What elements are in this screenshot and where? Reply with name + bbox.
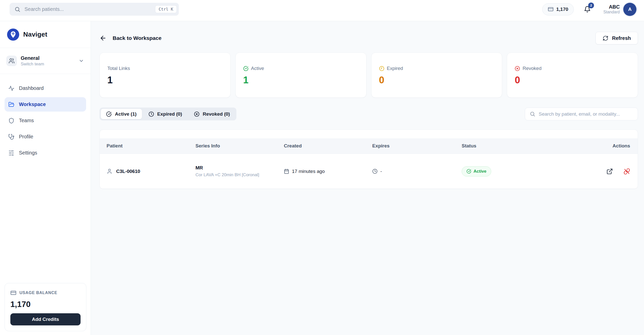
stat-label: Revoked — [523, 66, 541, 71]
brand-name: Naviget — [23, 31, 47, 38]
x-circle-icon — [194, 111, 200, 117]
status-label: Active — [474, 169, 486, 174]
user-plan: Standard — [603, 10, 620, 14]
patient-cell: C3L-00610 — [107, 168, 195, 174]
created-cell: 17 minutes ago — [284, 169, 372, 174]
refresh-label: Refresh — [612, 35, 631, 41]
column-header-series-info: Series Info — [195, 143, 284, 149]
x-circle-icon — [515, 66, 520, 71]
stat-card-active: Active 1 — [235, 53, 366, 98]
add-credits-button[interactable]: Add Credits — [10, 313, 81, 325]
arrow-left-icon — [100, 35, 107, 42]
check-circle-icon — [466, 169, 471, 174]
stat-label: Active — [251, 66, 264, 71]
sliders-icon — [8, 150, 14, 156]
stat-value-active: 1 — [243, 75, 366, 86]
usage-balance-card: USAGE BALANCE 1,170 Add Credits — [5, 283, 86, 331]
user-icon — [107, 168, 112, 174]
status-filter-tabs: Active (1) Expired (0) Revoked (0) — [100, 108, 236, 120]
stat-card-total-links: Total Links 1 — [100, 53, 231, 98]
link-off-icon — [624, 168, 630, 175]
status-cell: Active — [462, 166, 606, 176]
column-header-patient: Patient — [107, 143, 195, 149]
open-link-button[interactable] — [606, 168, 613, 175]
notification-count-badge: 2 — [588, 3, 594, 8]
filter-tab-active[interactable]: Active (1) — [101, 109, 142, 119]
created-value: 17 minutes ago — [292, 169, 325, 174]
credit-card-icon — [548, 6, 554, 12]
credits-pill[interactable]: 1,170 — [542, 3, 574, 15]
sidebar-item-label: Teams — [19, 118, 34, 123]
usage-balance-value: 1,170 — [10, 300, 81, 309]
check-circle-icon — [106, 111, 112, 117]
keyboard-shortcut-badge: Ctrl K — [155, 5, 177, 13]
stat-card-expired: Expired 0 — [371, 53, 502, 98]
topbar-right-cluster: 1,170 2 ABC Standard A — [542, 3, 636, 16]
activity-icon — [8, 85, 14, 91]
stat-label: Expired — [387, 66, 403, 71]
back-to-workspace-button[interactable]: Back to Workspace — [100, 35, 161, 42]
stat-label: Total Links — [107, 66, 130, 71]
sidebar-nav: Dashboard Workspace Teams Profile Settin… — [0, 74, 91, 160]
sidebar-item-label: Workspace — [19, 101, 46, 107]
folder-open-icon — [8, 101, 14, 108]
expires-cell: - — [372, 169, 462, 174]
brand-section: Naviget — [0, 21, 91, 48]
sidebar-item-label: Profile — [19, 134, 33, 140]
status-badge: Active — [462, 166, 491, 176]
avatar-initial: A — [628, 7, 632, 12]
stethoscope-icon — [8, 134, 14, 140]
stat-card-revoked: Revoked 0 — [507, 53, 638, 98]
column-header-status: Status — [462, 143, 612, 149]
avatar[interactable]: A — [623, 3, 636, 16]
sidebar-item-dashboard[interactable]: Dashboard — [5, 81, 86, 95]
sidebar-item-label: Settings — [19, 150, 37, 156]
sidebar-item-label: Dashboard — [19, 85, 44, 91]
credits-value: 1,170 — [556, 7, 568, 12]
calendar-icon — [284, 169, 289, 174]
refresh-button[interactable]: Refresh — [596, 32, 638, 44]
table-search-input[interactable] — [539, 111, 633, 117]
topbar: Ctrl K 1,170 2 ABC Standard A — [0, 0, 644, 21]
column-header-actions: Actions — [612, 143, 630, 149]
check-circle-icon — [243, 66, 249, 71]
revoke-link-button[interactable] — [624, 168, 630, 175]
sidebar-item-settings[interactable]: Settings — [5, 146, 86, 160]
patient-id: C3L-00610 — [116, 169, 140, 174]
filter-row: Active (1) Expired (0) Revoked (0) — [100, 108, 638, 120]
sidebar-item-teams[interactable]: Teams — [5, 113, 86, 128]
page-header: Back to Workspace Refresh — [100, 31, 638, 45]
filter-tab-label: Expired (0) — [157, 111, 182, 117]
stats-row: Total Links 1 Active 1 Expired 0 — [100, 53, 638, 98]
search-icon — [530, 111, 535, 117]
filter-tab-label: Revoked (0) — [203, 111, 230, 117]
table-header-row: Patient Series Info Created Expires Stat… — [100, 138, 638, 154]
patient-search-bar[interactable]: Ctrl K — [10, 3, 179, 16]
stat-value-expired: 0 — [379, 75, 502, 86]
patient-search-input[interactable] — [24, 6, 151, 12]
table-search-bar[interactable] — [525, 108, 638, 120]
links-table: Patient Series Info Created Expires Stat… — [100, 130, 638, 189]
team-subtitle: Switch team — [21, 62, 44, 67]
search-icon — [14, 6, 20, 12]
notifications-button[interactable]: 2 — [584, 6, 591, 13]
team-switcher[interactable]: General Switch team — [0, 48, 91, 74]
naviget-logo-icon — [7, 29, 19, 41]
external-link-icon — [606, 168, 613, 175]
column-header-expires: Expires — [372, 143, 462, 149]
usage-balance-label: USAGE BALANCE — [19, 291, 57, 295]
filter-tab-label: Active (1) — [115, 111, 137, 117]
filter-tab-expired[interactable]: Expired (0) — [143, 109, 187, 119]
expires-value: - — [380, 169, 382, 174]
team-name: General — [21, 55, 44, 61]
sidebar-item-profile[interactable]: Profile — [5, 130, 86, 144]
user-info: ABC Standard — [603, 4, 620, 14]
sidebar-item-workspace[interactable]: Workspace — [5, 97, 86, 112]
main-content: Back to Workspace Refresh Total Links 1 … — [91, 21, 644, 335]
clock-icon — [379, 66, 384, 71]
column-header-created: Created — [284, 143, 372, 149]
stat-value-total-links: 1 — [107, 75, 230, 86]
actions-cell — [606, 168, 630, 175]
team-users-icon — [6, 56, 17, 66]
filter-tab-revoked[interactable]: Revoked (0) — [189, 109, 235, 119]
